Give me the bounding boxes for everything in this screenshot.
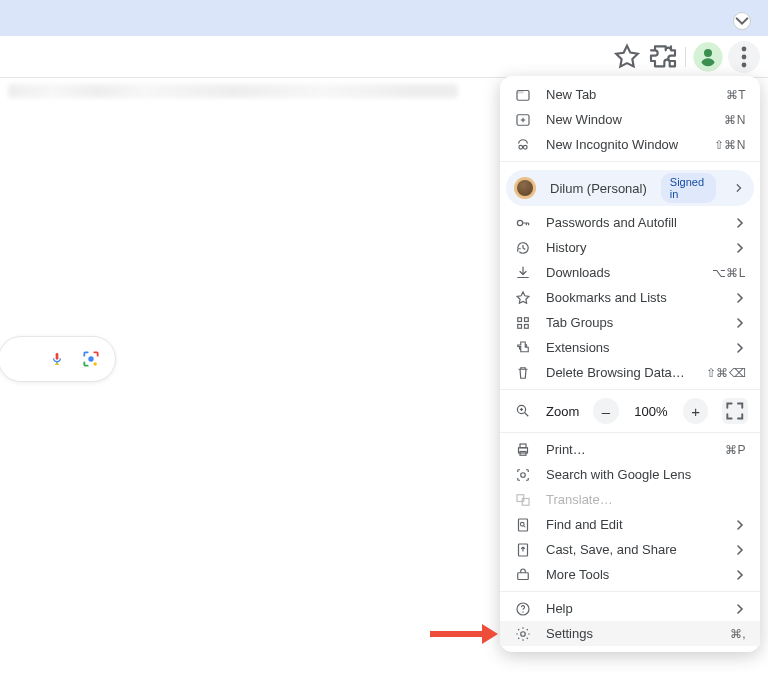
menu-item-help[interactable]: Help [500, 596, 760, 621]
menu-label: More Tools [546, 567, 720, 582]
chrome-overflow-menu: New Tab ⌘T New Window ⌘N New Incognito W… [500, 76, 760, 652]
svg-rect-20 [525, 317, 529, 321]
menu-shortcut: ⇧⌘⌫ [706, 366, 747, 380]
chevron-right-icon [734, 217, 746, 229]
download-icon [514, 264, 532, 282]
profile-avatar-icon[interactable] [692, 41, 724, 73]
menu-shortcut: ⌘N [724, 113, 746, 127]
signed-in-badge: Signed in [661, 173, 716, 203]
svg-point-8 [94, 362, 97, 365]
svg-rect-21 [518, 324, 522, 328]
share-icon [514, 541, 532, 559]
svg-point-1 [704, 49, 712, 57]
svg-point-16 [523, 145, 527, 149]
toolbar [0, 36, 768, 78]
menu-item-bookmarks[interactable]: Bookmarks and Lists [500, 285, 760, 310]
chevron-right-icon [734, 603, 746, 615]
menu-label: Settings [546, 626, 716, 641]
star-icon [514, 289, 532, 307]
chevron-right-icon [734, 317, 746, 329]
grid-icon [514, 314, 532, 332]
menu-label: New Window [546, 112, 710, 127]
bookmark-star-icon[interactable] [611, 41, 643, 73]
svg-point-9 [88, 356, 93, 361]
incognito-icon [514, 136, 532, 154]
new-window-icon [514, 111, 532, 129]
menu-item-more-tools[interactable]: More Tools [500, 562, 760, 587]
zoom-out-button[interactable]: – [593, 398, 619, 424]
menu-item-find-edit[interactable]: Find and Edit [500, 512, 760, 537]
menu-shortcut: ⌘, [730, 627, 746, 641]
tab-dropdown-button[interactable] [733, 12, 751, 30]
gear-icon [514, 625, 532, 643]
svg-rect-11 [517, 90, 524, 93]
menu-item-translate: Translate… [500, 487, 760, 512]
svg-rect-28 [520, 444, 526, 448]
svg-rect-22 [525, 324, 529, 328]
zoom-icon [514, 402, 532, 420]
menu-item-downloads[interactable]: Downloads ⌥⌘L [500, 260, 760, 285]
menu-item-settings[interactable]: Settings ⌘, [500, 621, 760, 646]
svg-point-34 [520, 522, 524, 526]
svg-point-40 [521, 631, 526, 636]
print-icon [514, 441, 532, 459]
svg-rect-33 [519, 519, 528, 531]
menu-label: Extensions [546, 340, 720, 355]
svg-rect-5 [56, 353, 59, 360]
menu-shortcut: ⌘T [726, 88, 746, 102]
menu-item-profile[interactable]: Dilum (Personal) Signed in [506, 170, 754, 206]
help-icon [514, 600, 532, 618]
key-icon [514, 214, 532, 232]
document-search-icon [514, 516, 532, 534]
menu-item-extensions[interactable]: Extensions [500, 335, 760, 360]
menu-item-passwords[interactable]: Passwords and Autofill [500, 210, 760, 235]
menu-item-google-lens[interactable]: Search with Google Lens [500, 462, 760, 487]
menu-shortcut: ⇧⌘N [714, 138, 746, 152]
menu-shortcut: ⌥⌘L [712, 266, 746, 280]
menu-item-new-incognito[interactable]: New Incognito Window ⇧⌘N [500, 132, 760, 157]
history-icon [514, 239, 532, 257]
menu-item-tab-groups[interactable]: Tab Groups [500, 310, 760, 335]
chevron-right-icon [734, 242, 746, 254]
tab-strip [0, 0, 768, 36]
chevron-right-icon [734, 544, 746, 556]
svg-rect-19 [518, 317, 522, 321]
voice-search-icon[interactable] [49, 349, 65, 369]
svg-line-24 [525, 413, 529, 417]
puzzle-icon [514, 339, 532, 357]
menu-label: Bookmarks and Lists [546, 290, 720, 305]
profile-name: Dilum (Personal) [550, 181, 647, 196]
trash-icon [514, 364, 532, 382]
overflow-menu-button[interactable] [728, 41, 760, 73]
chevron-right-icon [734, 182, 744, 194]
menu-item-new-tab[interactable]: New Tab ⌘T [500, 82, 760, 107]
menu-label: Cast, Save, and Share [546, 542, 720, 557]
svg-point-2 [742, 46, 747, 51]
menu-label: Tab Groups [546, 315, 720, 330]
fullscreen-button[interactable] [722, 398, 748, 424]
avatar [514, 177, 536, 199]
menu-label: History [546, 240, 720, 255]
menu-label: New Incognito Window [546, 137, 700, 152]
menu-item-delete-browsing-data[interactable]: Delete Browsing Data… ⇧⌘⌫ [500, 360, 760, 385]
svg-point-3 [742, 54, 747, 59]
menu-item-cast-save-share[interactable]: Cast, Save, and Share [500, 537, 760, 562]
menu-item-new-window[interactable]: New Window ⌘N [500, 107, 760, 132]
menu-label: Print… [546, 442, 711, 457]
zoom-in-button[interactable]: + [683, 398, 709, 424]
svg-point-15 [519, 145, 523, 149]
svg-line-35 [524, 525, 526, 527]
menu-item-history[interactable]: History [500, 235, 760, 260]
menu-label: Passwords and Autofill [546, 215, 720, 230]
chevron-right-icon [734, 569, 746, 581]
search-bar[interactable] [0, 336, 116, 382]
extensions-puzzle-icon[interactable] [647, 41, 679, 73]
svg-point-4 [742, 62, 747, 67]
menu-label: Search with Google Lens [546, 467, 746, 482]
menu-label: New Tab [546, 87, 712, 102]
toolbox-icon [514, 566, 532, 584]
menu-item-print[interactable]: Print… ⌘P [500, 437, 760, 462]
translate-icon [514, 491, 532, 509]
menu-label: Help [546, 601, 720, 616]
google-lens-icon[interactable] [81, 349, 101, 369]
